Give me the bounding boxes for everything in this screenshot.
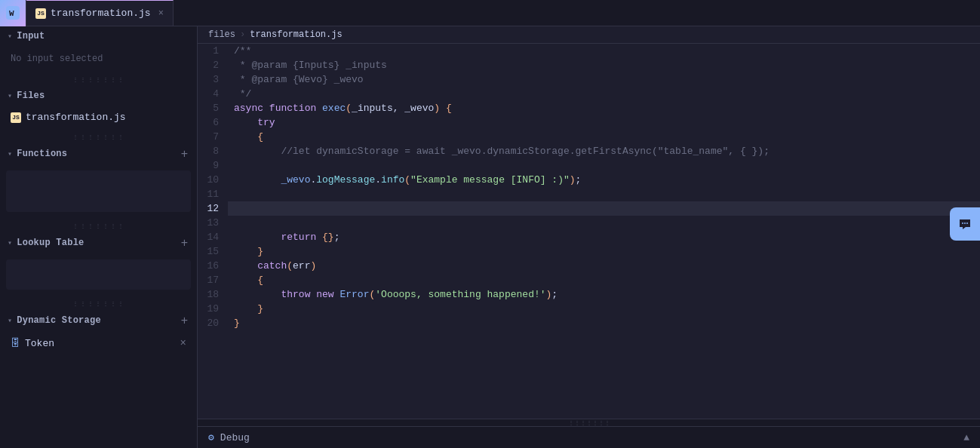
table-row: 10 _wevo.logMessage.info("Example messag… — [198, 173, 980, 187]
input-section-content: No input selected — [0, 46, 197, 73]
line-number: 6 — [198, 115, 228, 130]
table-row: 18 throw new Error('Oooops, something ha… — [198, 287, 980, 302]
debug-collapse-icon[interactable]: ▲ — [963, 432, 969, 443]
line-number: 8 — [198, 144, 228, 158]
table-row: 6 try — [198, 115, 980, 130]
table-row: 2 * @param {Inputs} _inputs — [198, 58, 980, 72]
line-content: try — [228, 115, 980, 130]
drag-handle-3[interactable]: ⋮⋮⋮⋮⋮⋮⋮ — [0, 219, 197, 232]
table-row: 17 { — [198, 273, 980, 287]
add-dynamic-storage-button[interactable]: + — [180, 315, 189, 327]
table-row: 8 //let dynamicStorage = await _wevo.dyn… — [198, 144, 980, 158]
code-table: 1/**2 * @param {Inputs} _inputs3 * @para… — [198, 44, 980, 330]
table-row: 5async function exec(_inputs, _wevo) { — [198, 101, 980, 115]
line-content — [228, 158, 980, 173]
js-file-icon: JS — [35, 8, 46, 19]
table-row: 14 return {}; — [198, 230, 980, 244]
chat-button[interactable] — [950, 207, 980, 241]
add-lookup-button[interactable]: + — [180, 237, 189, 249]
tab-transformation-js[interactable]: JS transformation.js × — [26, 0, 174, 26]
file-item-transformation-js[interactable]: JS transformation.js — [0, 109, 197, 126]
debug-label: Debug — [220, 432, 250, 443]
table-row: 13 — [198, 216, 980, 230]
input-section-header[interactable]: ▾ Input — [0, 26, 197, 46]
line-content — [228, 216, 980, 230]
line-number: 20 — [198, 316, 228, 330]
editor-area: files › transformation.js 1/**2 * @param… — [198, 26, 980, 448]
storage-item-token[interactable]: 🗄 Token × — [0, 334, 197, 352]
drag-handle-1[interactable]: ⋮⋮⋮⋮⋮⋮⋮ — [0, 73, 197, 86]
lookup-section-label: Lookup Table — [17, 238, 84, 248]
delete-token-button[interactable]: × — [180, 337, 186, 349]
line-number: 5 — [198, 101, 228, 115]
line-number: 19 — [198, 302, 228, 316]
files-section-header[interactable]: ▾ Files — [0, 86, 197, 106]
line-content: } — [228, 244, 980, 259]
input-chevron-icon: ▾ — [8, 32, 12, 41]
table-row: 7 { — [198, 130, 980, 144]
files-chevron-icon: ▾ — [8, 91, 12, 100]
functions-section-header[interactable]: ▾ Functions + — [0, 143, 197, 164]
db-icon: 🗄 — [11, 338, 20, 349]
line-content — [228, 187, 980, 201]
svg-point-5 — [966, 222, 968, 224]
lookup-section-header[interactable]: ▾ Lookup Table + — [0, 232, 197, 253]
breadcrumb: files › transformation.js — [198, 26, 980, 44]
table-row: 15 } — [198, 244, 980, 259]
js-icon: JS — [11, 112, 21, 123]
line-number: 11 — [198, 187, 228, 201]
line-content: { — [228, 130, 980, 144]
line-content: /** — [228, 44, 980, 58]
line-number: 18 — [198, 287, 228, 302]
line-number: 16 — [198, 259, 228, 273]
table-row: 4 */ — [198, 87, 980, 101]
svg-point-3 — [962, 222, 963, 224]
line-content: throw new Error('Oooops, something happe… — [228, 287, 980, 302]
horizontal-scroll-handle[interactable]: ⋮⋮⋮⋮⋮⋮⋮ — [198, 419, 980, 426]
dynamic-storage-chevron-icon: ▾ — [8, 316, 12, 325]
app-logo[interactable]: W — [0, 0, 26, 26]
lookup-chevron-icon: ▾ — [8, 238, 12, 247]
table-row: 16 catch(err) — [198, 259, 980, 273]
line-content: */ — [228, 87, 980, 101]
line-number: 17 — [198, 273, 228, 287]
line-content: } — [228, 316, 980, 330]
drag-handle-4[interactable]: ⋮⋮⋮⋮⋮⋮⋮ — [0, 297, 197, 310]
file-name: transformation.js — [26, 112, 126, 123]
tab-bar: W JS transformation.js × — [0, 0, 980, 26]
line-content: _wevo.logMessage.info("Example message [… — [228, 173, 980, 187]
line-number: 1 — [198, 44, 228, 58]
table-row: 19 } — [198, 302, 980, 316]
table-row: 12 — [198, 201, 980, 216]
drag-handle-2[interactable]: ⋮⋮⋮⋮⋮⋮⋮ — [0, 130, 197, 143]
line-number: 10 — [198, 173, 228, 187]
debug-bar: ⚙ Debug ▲ — [198, 426, 980, 448]
line-number: 14 — [198, 230, 228, 244]
tab-close-button[interactable]: × — [158, 8, 164, 19]
line-number: 9 — [198, 158, 228, 173]
line-number: 4 — [198, 87, 228, 101]
table-row: 11 — [198, 187, 980, 201]
input-section-label: Input — [17, 31, 45, 41]
breadcrumb-separator: › — [240, 29, 245, 40]
functions-section-label: Functions — [17, 149, 67, 159]
dynamic-storage-section-header[interactable]: ▾ Dynamic Storage + — [0, 310, 197, 331]
svg-text:W: W — [9, 9, 14, 18]
line-content: return {}; — [228, 230, 980, 244]
add-function-button[interactable]: + — [180, 148, 189, 160]
table-row: 9 — [198, 158, 980, 173]
storage-item-name: Token — [25, 338, 54, 349]
lookup-section-content — [0, 253, 197, 297]
dynamic-storage-section-label: Dynamic Storage — [17, 315, 101, 326]
line-number: 13 — [198, 216, 228, 230]
table-row: 3 * @param {Wevo} _wevo — [198, 72, 980, 87]
dynamic-storage-section-content: 🗄 Token × — [0, 331, 197, 357]
code-editor[interactable]: 1/**2 * @param {Inputs} _inputs3 * @para… — [198, 44, 980, 419]
line-number: 7 — [198, 130, 228, 144]
line-number: 12 — [198, 201, 228, 216]
line-content — [228, 201, 980, 216]
line-content: * @param {Wevo} _wevo — [228, 72, 980, 87]
line-content: //let dynamicStorage = await _wevo.dynam… — [228, 144, 980, 158]
line-number: 2 — [198, 58, 228, 72]
files-section-label: Files — [17, 91, 45, 101]
